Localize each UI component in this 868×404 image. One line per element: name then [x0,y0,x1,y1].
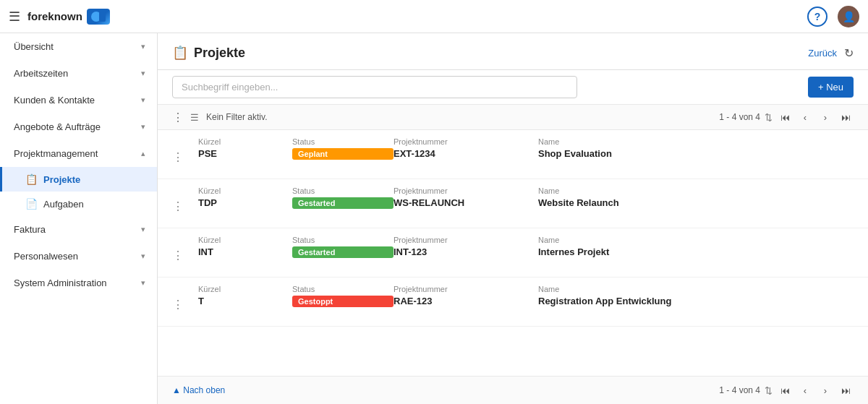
cell-name: Name Website Relaunch [538,186,854,208]
back-to-top-button[interactable]: ▲ Nach oben [172,385,225,395]
kuerzel-label: Kürzel [198,236,292,244]
cell-projektnummer: Projektnummer EXT-1234 [393,137,538,159]
first-page-button[interactable]: ⏮ [777,109,793,125]
projektnummer-label: Projektnummer [393,236,538,244]
status-label: Status [292,236,393,244]
status-badge: Geplant [292,148,393,160]
sidebar-item-kunden[interactable]: Kunden & Kontakte ▾ [0,87,157,113]
content-area: 📋 Projekte Zurück ↻ + Neu ⋮ ☰ Kein Filte… [158,33,868,404]
footer-sort-icon[interactable]: ⇅ [765,385,773,396]
status-label: Status [292,186,393,195]
status-label: Status [292,285,393,293]
content-header: 📋 Projekte Zurück ↻ [158,33,868,70]
kuerzel-value: PSE [198,148,292,159]
page-title-text: Projekte [194,46,245,61]
sidebar-item-angebote[interactable]: Angebote & Aufträge ▾ [0,113,157,140]
back-button[interactable]: Zurück [808,48,837,59]
new-button[interactable]: + Neu [808,77,854,98]
cell-kuerzel: Kürzel TDP [198,186,292,208]
footer-prev-page-button[interactable]: ‹ [797,382,813,398]
name-value: Shop Evaluation [538,148,854,159]
projekte-icon: 📋 [25,173,38,185]
table-row: ⋮ Kürzel T Status Gestoppt Projektnummer… [158,278,868,327]
sidebar-label-aufgaben: Aufgaben [43,199,84,210]
refresh-button[interactable]: ↻ [844,46,854,60]
name-label: Name [538,186,854,195]
search-input[interactable] [172,76,577,98]
row-actions-icon[interactable]: ⋮ [172,111,183,124]
sidebar-label-uebersicht: Übersicht [14,41,54,52]
sidebar-label-personalwesen: Personalwesen [14,251,78,262]
last-page-button[interactable]: ⏭ [838,109,854,125]
cell-status: Status Gestarted [292,236,393,258]
projektnummer-label: Projektnummer [393,186,538,195]
table-row: ⋮ Kürzel PSE Status Geplant Projektnumme… [158,130,868,179]
footer-first-page-button[interactable]: ⏮ [777,382,793,398]
kuerzel-label: Kürzel [198,137,292,146]
hamburger-icon[interactable]: ☰ [9,9,20,25]
sort-icon[interactable]: ⇅ [765,112,773,123]
status-badge: Gestarted [292,197,393,209]
help-button[interactable]: ? [807,7,827,27]
next-page-button[interactable]: › [817,109,833,125]
cell-name: Name Internes Projekt [538,236,854,257]
name-label: Name [538,236,854,244]
sidebar-item-projekte[interactable]: 📋 Projekte [0,167,157,192]
footer-pagination: 1 - 4 von 4 ⇅ ⏮ ‹ › ⏭ [719,382,854,398]
cell-status: Status Gestarted [292,186,393,209]
table-row: ⋮ Kürzel TDP Status Gestarted Projektnum… [158,179,868,228]
sidebar-item-sysadmin[interactable]: System Administration ▾ [0,270,157,296]
nav-left: ☰ foreknown [9,9,110,25]
filter-icon[interactable]: ☰ [190,112,199,123]
sidebar-item-projektmanagement[interactable]: Projektmanagement ▴ [0,140,157,167]
chevron-down-icon: ▾ [141,42,145,51]
projects-table: ⋮ Kürzel PSE Status Geplant Projektnumme… [158,130,868,376]
row-menu-button[interactable]: ⋮ [172,137,198,164]
prev-page-button[interactable]: ‹ [797,109,813,125]
status-badge: Gestarted [292,246,393,258]
chevron-down-icon: ▾ [141,278,145,288]
cell-name: Name Shop Evaluation [538,137,854,159]
kuerzel-value: T [198,296,292,306]
sidebar-label-kunden: Kunden & Kontakte [14,95,95,106]
sidebar-item-arbeitszeiten[interactable]: Arbeitszeiten ▾ [0,60,157,87]
projektnummer-value: RAE-123 [393,296,538,306]
name-value: Website Relaunch [538,197,854,208]
page-title-icon: 📋 [172,45,188,61]
toolbar: + Neu [158,70,868,105]
name-value: Registration App Entwicklung [538,296,854,306]
status-label: Status [292,137,393,146]
brand-icon [87,9,110,25]
chevron-down-icon: ▾ [141,122,145,132]
sidebar-item-aufgaben[interactable]: 📄 Aufgaben [0,192,157,216]
row-menu-button[interactable]: ⋮ [172,285,198,311]
projektnummer-label: Projektnummer [393,137,538,146]
top-navigation: ☰ foreknown ? 👤 [0,0,868,33]
sidebar-item-faktura[interactable]: Faktura ▾ [0,216,157,243]
sidebar-label-faktura: Faktura [14,224,46,235]
status-badge: Gestoppt [292,296,393,307]
cell-name: Name Registration App Entwicklung [538,285,854,306]
main-layout: Übersicht ▾ Arbeitszeiten ▾ Kunden & Kon… [0,33,868,404]
footer-pagination-info: 1 - 4 von 4 [719,385,760,395]
name-label: Name [538,137,854,146]
row-menu-button[interactable]: ⋮ [172,236,198,262]
sidebar-label-sysadmin: System Administration [14,278,107,288]
cell-projektnummer: Projektnummer RAE-123 [393,285,538,306]
footer-next-page-button[interactable]: › [817,382,833,398]
sidebar-item-uebersicht[interactable]: Übersicht ▾ [0,33,157,60]
projektnummer-value: EXT-1234 [393,148,538,159]
footer-last-page-button[interactable]: ⏭ [838,382,854,398]
chevron-down-icon: ▾ [141,225,145,234]
avatar[interactable]: 👤 [838,6,859,27]
cell-status: Status Gestoppt [292,285,393,307]
kuerzel-value: INT [198,246,292,257]
projektnummer-value: INT-123 [393,246,538,257]
sidebar-item-personalwesen[interactable]: Personalwesen ▾ [0,243,157,270]
filter-left: ⋮ ☰ Kein Filter aktiv. [172,111,267,124]
footer-bar: ▲ Nach oben 1 - 4 von 4 ⇅ ⏮ ‹ › ⏭ [158,376,868,404]
nav-right: ? 👤 [807,6,859,27]
cell-projektnummer: Projektnummer INT-123 [393,236,538,257]
row-menu-button[interactable]: ⋮ [172,186,198,213]
sidebar-label-angebote: Angebote & Aufträge [14,121,101,132]
